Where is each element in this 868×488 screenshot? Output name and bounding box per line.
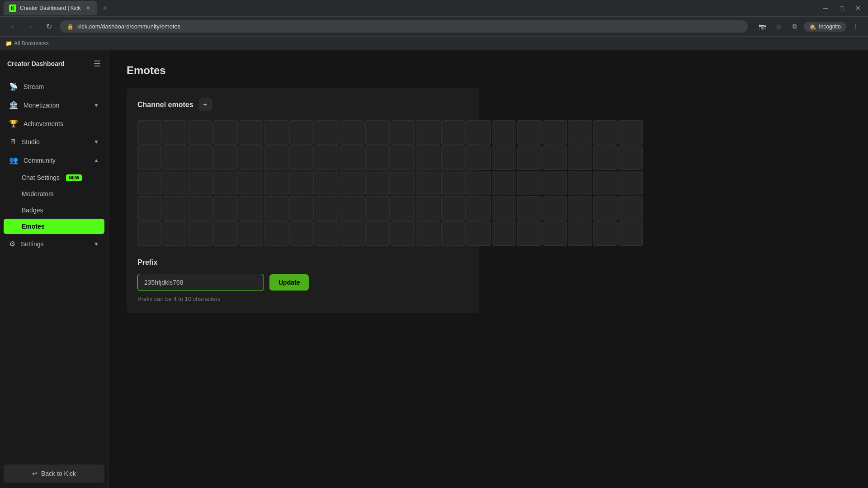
emote-slot[interactable] — [213, 120, 238, 145]
emote-slot[interactable] — [315, 221, 339, 246]
emote-slot[interactable] — [213, 145, 238, 170]
sidebar-item-moderators[interactable]: Moderators — [4, 186, 104, 202]
emote-slot[interactable] — [289, 196, 314, 221]
emote-slot[interactable] — [315, 120, 339, 145]
emote-slot[interactable] — [517, 171, 542, 195]
browser-tab[interactable]: K Creator Dashboard | Kick ✕ — [4, 1, 97, 15]
maximize-button[interactable]: □ — [835, 2, 848, 14]
emote-slot[interactable] — [163, 196, 187, 221]
emote-slot[interactable] — [593, 196, 618, 221]
emote-slot[interactable] — [188, 120, 212, 145]
forward-button[interactable]: › — [24, 19, 38, 34]
emote-slot[interactable] — [618, 120, 643, 145]
emote-slot[interactable] — [137, 196, 162, 221]
emote-slot[interactable] — [467, 120, 491, 145]
emote-slot[interactable] — [340, 145, 364, 170]
emote-slot[interactable] — [517, 221, 542, 246]
bookmark-icon[interactable]: ☆ — [771, 19, 786, 34]
emote-slot[interactable] — [365, 196, 390, 221]
emote-slot[interactable] — [517, 120, 542, 145]
minimize-button[interactable]: ─ — [819, 2, 832, 14]
emote-slot[interactable] — [188, 171, 212, 195]
emote-slot[interactable] — [239, 196, 263, 221]
emote-slot[interactable] — [315, 196, 339, 221]
emote-slot[interactable] — [289, 221, 314, 246]
emote-slot[interactable] — [391, 120, 415, 145]
sidebar-item-emotes[interactable]: Emotes — [4, 219, 104, 234]
emote-slot[interactable] — [492, 120, 516, 145]
emote-slot[interactable] — [264, 196, 288, 221]
emote-slot[interactable] — [618, 145, 643, 170]
emote-slot[interactable] — [340, 221, 364, 246]
emote-slot[interactable] — [163, 221, 187, 246]
sidebar-menu-icon[interactable]: ☰ — [94, 59, 101, 69]
emote-slot[interactable] — [340, 171, 364, 195]
emote-slot[interactable] — [213, 196, 238, 221]
sidebar-item-stream[interactable]: 📡 Stream — [4, 78, 104, 95]
emote-slot[interactable] — [441, 171, 466, 195]
emote-slot[interactable] — [467, 196, 491, 221]
emote-slot[interactable] — [163, 145, 187, 170]
camera-off-icon[interactable]: 📷 — [755, 19, 769, 34]
emote-slot[interactable] — [618, 171, 643, 195]
emote-slot[interactable] — [264, 145, 288, 170]
emote-slot[interactable] — [289, 145, 314, 170]
emote-slot[interactable] — [542, 196, 567, 221]
emote-slot[interactable] — [492, 171, 516, 195]
emote-slot[interactable] — [213, 171, 238, 195]
multiwindow-icon[interactable]: ⧉ — [788, 19, 802, 34]
emote-slot[interactable] — [315, 145, 339, 170]
back-button[interactable]: ‹ — [5, 19, 20, 34]
emote-slot[interactable] — [365, 145, 390, 170]
sidebar-item-monetization[interactable]: 🏦 Monetization ▼ — [4, 96, 104, 114]
add-emote-button[interactable]: + — [199, 99, 212, 111]
prefix-input[interactable] — [137, 274, 264, 291]
emote-slot[interactable] — [441, 196, 466, 221]
emote-slot[interactable] — [391, 145, 415, 170]
emote-slot[interactable] — [137, 120, 162, 145]
emote-slot[interactable] — [188, 145, 212, 170]
sidebar-item-chat-settings[interactable]: Chat Settings NEW — [4, 170, 104, 185]
emote-slot[interactable] — [517, 196, 542, 221]
emote-slot[interactable] — [416, 171, 440, 195]
emote-slot[interactable] — [391, 221, 415, 246]
emote-slot[interactable] — [492, 196, 516, 221]
address-bar[interactable]: 🔒 kick.com/dashboard/community/emotes — [60, 20, 748, 33]
emote-slot[interactable] — [239, 221, 263, 246]
emote-slot[interactable] — [391, 196, 415, 221]
emote-slot[interactable] — [239, 120, 263, 145]
emote-slot[interactable] — [618, 196, 643, 221]
emote-slot[interactable] — [416, 221, 440, 246]
emote-slot[interactable] — [467, 171, 491, 195]
sidebar-item-studio[interactable]: 🖥 Studio ▼ — [4, 133, 104, 150]
emote-slot[interactable] — [593, 221, 618, 246]
emote-slot[interactable] — [517, 145, 542, 170]
emote-slot[interactable] — [568, 145, 592, 170]
emote-slot[interactable] — [467, 221, 491, 246]
emote-slot[interactable] — [137, 145, 162, 170]
emote-slot[interactable] — [542, 221, 567, 246]
emote-slot[interactable] — [188, 196, 212, 221]
emote-slot[interactable] — [416, 196, 440, 221]
tab-close-icon[interactable]: ✕ — [85, 5, 92, 12]
emote-slot[interactable] — [340, 120, 364, 145]
emote-slot[interactable] — [542, 171, 567, 195]
back-to-kick-button[interactable]: ↩ Back to Kick — [4, 465, 104, 483]
emote-slot[interactable] — [264, 171, 288, 195]
emote-slot[interactable] — [391, 171, 415, 195]
emote-slot[interactable] — [289, 171, 314, 195]
emote-slot[interactable] — [416, 120, 440, 145]
close-window-button[interactable]: ✕ — [852, 2, 864, 14]
emote-slot[interactable] — [441, 221, 466, 246]
emote-slot[interactable] — [340, 196, 364, 221]
emote-slot[interactable] — [593, 145, 618, 170]
emote-slot[interactable] — [492, 145, 516, 170]
emote-slot[interactable] — [315, 171, 339, 195]
emote-slot[interactable] — [542, 145, 567, 170]
emote-slot[interactable] — [365, 221, 390, 246]
emote-slot[interactable] — [264, 221, 288, 246]
emote-slot[interactable] — [239, 171, 263, 195]
emote-slot[interactable] — [568, 171, 592, 195]
emote-slot[interactable] — [467, 145, 491, 170]
emote-slot[interactable] — [568, 196, 592, 221]
